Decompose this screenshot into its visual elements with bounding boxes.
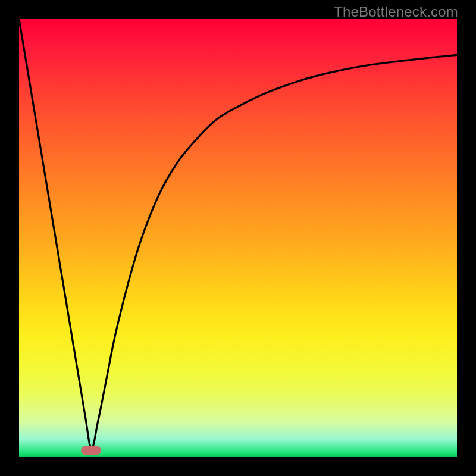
- bottleneck-marker: [81, 446, 101, 455]
- chart-svg: [19, 19, 457, 457]
- watermark-text: TheBottleneck.com: [334, 4, 458, 20]
- bottleneck-curve: [19, 19, 457, 448]
